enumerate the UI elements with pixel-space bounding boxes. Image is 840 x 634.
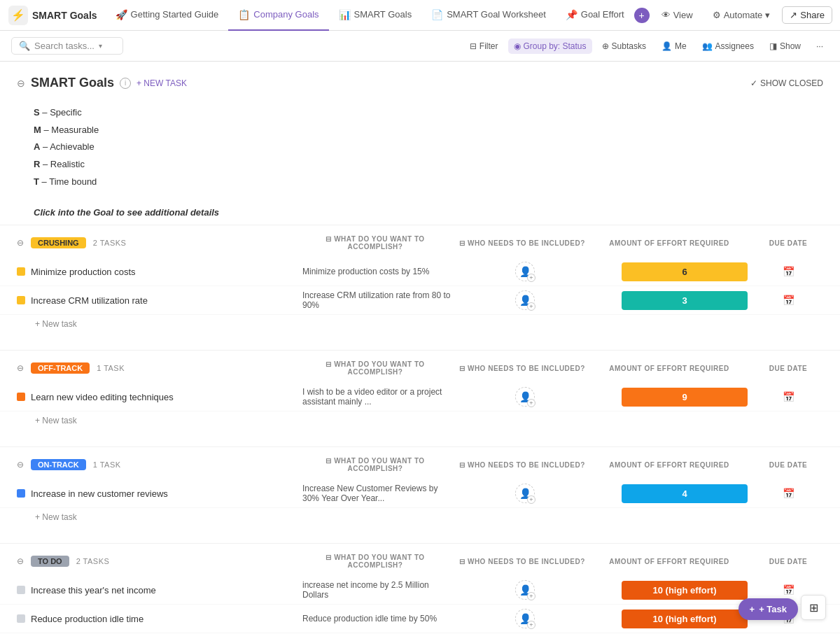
add-assignee-icon[interactable]: + [527,274,536,282]
company-goals-icon: 📋 [238,9,250,20]
effort-cell: 6 [594,262,748,281]
task-row[interactable]: Increase this year's net income increase… [0,576,840,605]
effort-cell: 9 [594,388,748,407]
show-closed-label: SHOW CLOSED [760,78,823,88]
avatar[interactable]: 👤 + [515,262,535,281]
smart-list-item: M – Measurable [34,122,823,139]
automate-icon: ⚙ [713,10,721,20]
due-date-cell[interactable]: 📅 [753,488,823,499]
status-badge-crushing[interactable]: CRUSHING [31,237,86,248]
due-date-cell[interactable]: 📅 [753,295,823,306]
share-label: Share [800,10,825,20]
add-assignee-icon[interactable]: + [527,621,536,629]
info-icon[interactable]: i [120,78,131,89]
due-date-cell[interactable]: 📅 [753,391,823,402]
tab-getting-started[interactable]: 🚀 Getting Started Guide [106,0,229,31]
more-button[interactable]: ··· [811,38,829,54]
task-row[interactable]: Increase in new customer reviews Increas… [0,479,840,508]
tab-getting-started-label: Getting Started Guide [131,9,219,20]
app-logo: ⚡ SMART Goals [8,6,97,25]
assignees-button[interactable]: 👥 Assignees [696,38,760,54]
task-who: 👤 + [462,290,588,310]
tab-smart-goal-worksheet[interactable]: 📄 SMART Goal Worksheet [421,0,556,31]
task-who: 👤 + [462,387,588,407]
smart-list-item: R – Realistic [34,156,823,174]
tab-smart-goals[interactable]: 📊 SMART Goals [329,0,422,31]
due-date-cell[interactable]: 📅 [753,266,823,277]
col-who-off-track: ⊟ WHO NEEDS TO BE INCLUDED? [459,365,585,372]
col-due-off-track: DUE DATE [753,365,823,372]
group-toggle-crushing[interactable]: ⊖ [17,238,24,248]
grid-view-button[interactable]: ⊞ [801,595,826,620]
col-accomplish-to-do: ⊟ WHAT DO YOU WANT TO ACCOMPLISH? [298,554,452,569]
avatar[interactable]: 👤 + [515,484,535,503]
col-accomplish-crushing: ⊟ WHAT DO YOU WANT TO ACCOMPLISH? [298,235,452,251]
group-off-track: ⊖ OFF-TRACK 1 TASK ⊟ WHAT DO YOU WANT TO… [0,350,840,446]
tab-company-goals[interactable]: 📋 Company Goals [228,0,328,31]
task-who: 👤 + [462,580,588,600]
col-due-crushing: DUE DATE [753,239,823,247]
view-label: View [673,10,693,20]
new-task-row-on-track[interactable]: + New task [0,508,840,526]
click-note: Click into the Goal to see additional de… [17,207,823,218]
group-toggle-to-do[interactable]: ⊖ [17,556,24,566]
task-row[interactable]: Reduce production idle time Reduce produ… [0,605,840,633]
view-button[interactable]: 👁 View [654,6,701,24]
effort-badge: 9 [622,388,748,407]
group-header-crushing: ⊖ CRUSHING 2 TASKS ⊟ WHAT DO YOU WANT TO… [0,225,840,258]
subtasks-button[interactable]: ⊕ Subtasks [596,38,652,54]
share-button[interactable]: ↗ Share [782,6,832,24]
task-dot [17,393,25,401]
toolbar: 🔍 Search tasks... ▾ ⊟ Filter ◉ Group by:… [0,31,840,62]
task-name-cell: Minimize production costs [17,267,297,277]
effort-badge: 10 (high effort) [622,610,748,628]
me-icon: 👤 [662,41,672,51]
status-badge-off-track[interactable]: OFF-TRACK [31,362,90,374]
task-name-cell: Increase in new customer reviews [17,488,297,499]
avatar[interactable]: 👤 + [515,609,535,628]
status-badge-on-track[interactable]: ON-TRACK [31,459,86,470]
new-task-row-crushing[interactable]: + New task [0,315,840,333]
tab-smart-goal-worksheet-label: SMART Goal Worksheet [447,9,546,20]
groups-container: ⊖ CRUSHING 2 TASKS ⊟ WHAT DO YOU WANT TO… [0,225,840,634]
grid-icon: ⊞ [809,601,818,614]
status-badge-to-do[interactable]: TO DO [31,556,69,567]
add-view-button[interactable]: + [634,8,650,23]
show-closed-button[interactable]: ✓ SHOW CLOSED [750,78,823,88]
search-box[interactable]: 🔍 Search tasks... ▾ [11,37,123,55]
task-row[interactable]: Increase CRM utilization rate Increase C… [0,286,840,315]
add-assignee-icon[interactable]: + [527,592,536,600]
task-name-cell: Increase this year's net income [17,585,297,596]
group-by-button[interactable]: ◉ Group by: Status [508,38,592,54]
add-task-fab[interactable]: + + Task [738,598,798,620]
avatar[interactable]: 👤 + [515,580,535,600]
tab-goal-effort[interactable]: 📌 Goal Effort [556,0,634,31]
avatar[interactable]: 👤 + [515,290,535,310]
me-button[interactable]: 👤 Me [656,38,692,54]
smart-list: S – SpecificM – MeasurableA – Achievable… [17,99,823,196]
new-task-row-off-track[interactable]: + New task [0,411,840,430]
filter-button[interactable]: ⊟ Filter [464,38,504,54]
avatar[interactable]: 👤 + [515,387,535,407]
task-count-off-track: 1 TASK [97,364,125,372]
group-by-icon: ◉ [514,41,521,51]
add-assignee-icon[interactable]: + [527,302,536,311]
group-toggle-off-track[interactable]: ⊖ [17,363,24,373]
task-name-cell: Reduce production idle time [17,614,297,624]
add-assignee-icon[interactable]: + [527,399,536,407]
smart-letter: R [34,159,40,169]
section-toggle[interactable]: ⊖ [17,78,25,89]
effort-cell: 10 (high effort) [594,610,748,628]
effort-badge: 3 [622,291,748,310]
show-button[interactable]: ◨ Show [764,38,806,54]
tab-goal-effort-label: Goal Effort [581,9,624,20]
add-assignee-icon[interactable]: + [527,495,536,504]
task-row[interactable]: Minimize production costs Minimize produ… [0,258,840,286]
group-toggle-on-track[interactable]: ⊖ [17,460,24,470]
col-effort-to-do: AMOUNT OF EFFORT REQUIRED [592,558,746,565]
automate-button[interactable]: ⚙ Automate ▾ [705,6,778,24]
section-title: SMART Goals [31,76,114,90]
smart-letter: M [34,125,41,135]
new-task-button[interactable]: + NEW TASK [136,78,187,88]
task-row[interactable]: Learn new video editing techniques I wis… [0,383,840,411]
